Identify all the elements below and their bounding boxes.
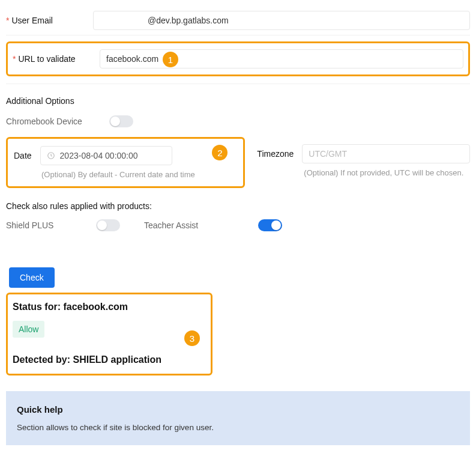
required-star: * [6, 16, 9, 25]
timezone-col: Timezone UTC/GMT (Optional) If not provi… [257, 137, 470, 177]
quick-help-title: Quick help [17, 404, 459, 415]
url-validate-row: *URL to validate [13, 49, 463, 68]
teacher-assist-toggle[interactable] [258, 219, 282, 231]
result-highlight: Status for: facebook.com Allow Detected … [6, 293, 212, 375]
shield-plus-label: Shield PLUS [6, 220, 96, 230]
chromebook-row: Chromebook Device [6, 115, 470, 127]
quick-help-panel: Quick help Section allows to check if si… [6, 391, 470, 445]
teacher-assist-label: Teacher Assist [144, 220, 258, 230]
additional-options-title: Additional Options [6, 96, 470, 106]
clock-icon [47, 151, 55, 160]
date-timezone-group: Date 2023-08-04 00:00:00 (Optional) By d… [6, 137, 470, 188]
date-field-row: Date 2023-08-04 00:00:00 [14, 146, 237, 165]
timezone-input[interactable]: UTC/GMT [302, 144, 470, 163]
chromebook-label: Chromebook Device [6, 117, 102, 126]
url-validate-highlight: *URL to validate 1 [6, 41, 470, 76]
status-site: facebook.com [63, 302, 128, 312]
url-validate-input[interactable] [100, 49, 463, 68]
date-hint: (Optional) By default - Current date and… [14, 170, 237, 179]
callout-badge-1: 1 [163, 52, 178, 67]
callout-badge-3: 3 [184, 330, 200, 346]
status-verdict-badge: Allow [13, 321, 44, 338]
user-email-row: *User Email [6, 6, 470, 35]
user-email-input[interactable] [93, 11, 470, 30]
rules-title: Check also rules applied with products: [6, 201, 470, 211]
shield-plus-toggle[interactable] [96, 219, 120, 231]
date-label: Date [14, 151, 32, 160]
quick-help-text: Section allows to check if site is block… [17, 423, 459, 432]
shield-plus-row: Shield PLUS [6, 219, 120, 231]
rules-row: Shield PLUS Teacher Assist [6, 219, 470, 231]
url-validate-label-text: URL to validate [18, 54, 75, 64]
date-highlight: Date 2023-08-04 00:00:00 (Optional) By d… [6, 137, 245, 188]
detected-by-label: Detected by: [13, 354, 70, 365]
timezone-placeholder: UTC/GMT [309, 149, 463, 159]
required-star: * [13, 54, 16, 64]
detected-by: Detected by: SHIELD application [13, 354, 206, 365]
date-value: 2023-08-04 00:00:00 [60, 151, 166, 160]
date-input[interactable]: 2023-08-04 00:00:00 [40, 146, 172, 165]
status-title: Status for: facebook.com [13, 302, 206, 312]
divider [6, 84, 470, 84]
teacher-assist-row: Teacher Assist [144, 219, 282, 231]
chromebook-toggle[interactable] [109, 115, 133, 127]
detected-by-value: SHIELD application [73, 354, 161, 365]
check-button[interactable]: Check [9, 267, 55, 288]
timezone-field-row: Timezone UTC/GMT [257, 144, 470, 163]
status-for-label: Status for: [13, 302, 61, 312]
user-email-label-text: User Email [11, 16, 52, 25]
url-validate-label: *URL to validate [13, 54, 100, 64]
timezone-label: Timezone [257, 149, 294, 159]
timezone-hint: (Optional) If not provided, UTC will be … [257, 168, 470, 177]
user-email-label: *User Email [6, 16, 93, 25]
